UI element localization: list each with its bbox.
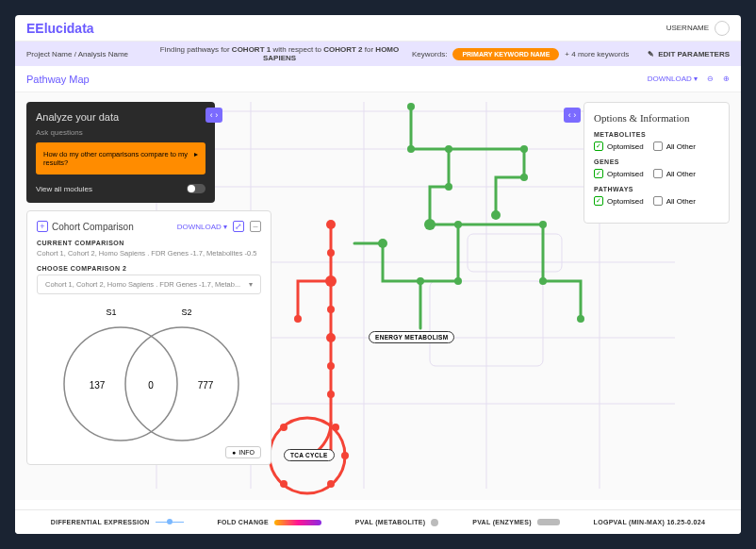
cohort-download[interactable]: DOWNLOAD ▾ <box>177 223 227 231</box>
node-label-tca[interactable]: TCA CYCLE <box>284 449 335 461</box>
primary-keyword-chip[interactable]: PRIMARY KEYWORD NAME <box>452 48 559 60</box>
svg-point-27 <box>332 424 339 431</box>
svg-point-22 <box>326 333 336 342</box>
svg-rect-1 <box>468 234 562 272</box>
svg-point-23 <box>327 362 335 370</box>
metabolites-optimised-checkbox[interactable]: ✓Optomised <box>594 141 644 151</box>
svg-point-28 <box>341 452 349 459</box>
venn-diagram: S1 S2 137 0 777 <box>37 304 261 455</box>
svg-point-15 <box>577 315 584 323</box>
svg-point-6 <box>424 219 436 230</box>
node-label-energy[interactable]: ENERGY METABOLISM <box>369 331 454 343</box>
avatar-icon <box>715 21 730 36</box>
dot-icon <box>431 519 438 526</box>
current-comparison-text: Cohort 1, Cohort 2, Homo Sapiens . FDR G… <box>37 249 261 258</box>
pencil-icon: ✎ <box>648 50 654 58</box>
svg-point-19 <box>327 249 335 257</box>
panel-collapse-button[interactable]: ‹ › <box>205 108 222 123</box>
venn-s2-label: S2 <box>181 308 191 317</box>
svg-point-14 <box>539 277 547 285</box>
info-icon: ● <box>232 449 236 456</box>
options-panel: Options & Information METABOLITES ✓Optom… <box>583 102 730 224</box>
svg-point-18 <box>326 220 336 229</box>
current-comparison-label: CURRENT COMPARISON <box>37 240 261 246</box>
close-icon[interactable]: – <box>250 221 261 232</box>
svg-point-11 <box>520 174 528 181</box>
svg-point-29 <box>327 480 335 488</box>
svg-point-9 <box>417 277 424 285</box>
svg-point-10 <box>520 145 528 153</box>
venn-left-count: 137 <box>90 380 106 391</box>
genes-allother-checkbox[interactable]: All Other <box>653 169 696 178</box>
chevron-down-icon: ▾ <box>249 280 253 289</box>
choose-comparison-label: CHOOSE COMPARISON 2 <box>37 265 261 272</box>
info-button[interactable]: ● INFO <box>225 446 261 458</box>
pill-icon <box>537 519 560 525</box>
venn-s1-label: S1 <box>106 308 116 317</box>
zoom-out-icon[interactable]: ⊖ <box>707 75 714 83</box>
modules-toggle[interactable] <box>187 184 205 193</box>
svg-point-12 <box>491 210 501 220</box>
svg-point-25 <box>294 315 302 323</box>
svg-point-20 <box>325 275 337 287</box>
logo: EElucidata <box>26 21 94 36</box>
user-menu[interactable]: USERNAME <box>666 21 730 36</box>
svg-point-32 <box>64 327 177 441</box>
expand-icon[interactable]: + <box>37 221 48 232</box>
page-title: Pathway Map <box>26 74 90 85</box>
legend-bar: DIFFERENTIAL EXPRESSION FOLD CHANGE PVAL… <box>15 509 741 534</box>
pathways-allother-checkbox[interactable]: All Other <box>653 196 696 206</box>
svg-point-30 <box>280 480 288 488</box>
svg-point-26 <box>280 424 288 431</box>
svg-point-2 <box>407 103 415 110</box>
cohort-panel: + Cohort Comparison DOWNLOAD ▾ ⤢ – CURRE… <box>26 210 271 465</box>
view-modules-label: View all modules <box>36 185 92 193</box>
svg-point-3 <box>407 145 415 153</box>
breadcrumb[interactable]: Project Name / Analysis Name <box>26 50 128 58</box>
svg-point-4 <box>445 145 452 153</box>
analyze-title: Analyze your data <box>36 111 205 123</box>
more-keywords[interactable]: + 4 more keywords <box>565 50 629 58</box>
svg-point-5 <box>445 183 452 191</box>
keywords-label: Keywords: <box>412 50 447 58</box>
download-button[interactable]: DOWNLOAD ▾ <box>648 75 698 83</box>
svg-point-21 <box>327 306 335 313</box>
gradient-icon <box>274 520 321 525</box>
analyze-panel: ‹ › Analyze your data Ask questions How … <box>26 102 215 203</box>
cohort-title: Cohort Comparison <box>52 222 134 232</box>
svg-point-24 <box>327 391 335 398</box>
svg-point-33 <box>125 327 238 441</box>
genes-optimised-checkbox[interactable]: ✓Optomised <box>594 169 644 178</box>
options-collapse-button[interactable]: ‹ › <box>564 108 581 123</box>
venn-right-count: 777 <box>198 380 214 391</box>
svg-point-8 <box>454 277 462 285</box>
options-title: Options & Information <box>594 112 719 124</box>
finding-text: Finding pathways for COHORT 1 with respe… <box>147 45 412 62</box>
comparison-dropdown[interactable]: Cohort 1, Cohort 2, Homo Sapiens . FDR G… <box>37 274 261 294</box>
analyze-subtitle: Ask questions <box>36 128 205 137</box>
svg-point-16 <box>378 239 387 248</box>
zoom-in-icon[interactable]: ⊕ <box>723 75 730 83</box>
svg-point-13 <box>539 221 547 228</box>
venn-mid-count: 0 <box>148 380 154 391</box>
edit-parameters-button[interactable]: ✎ EDIT PARAMETERS <box>648 50 730 58</box>
metabolites-allother-checkbox[interactable]: All Other <box>653 141 696 151</box>
analyze-question-dropdown[interactable]: How do my other comparisons compare to m… <box>36 142 205 175</box>
maximize-icon[interactable]: ⤢ <box>233 221 244 232</box>
de-line-icon <box>156 522 184 523</box>
svg-point-7 <box>454 221 462 228</box>
pathways-optimised-checkbox[interactable]: ✓Optomised <box>594 196 644 206</box>
